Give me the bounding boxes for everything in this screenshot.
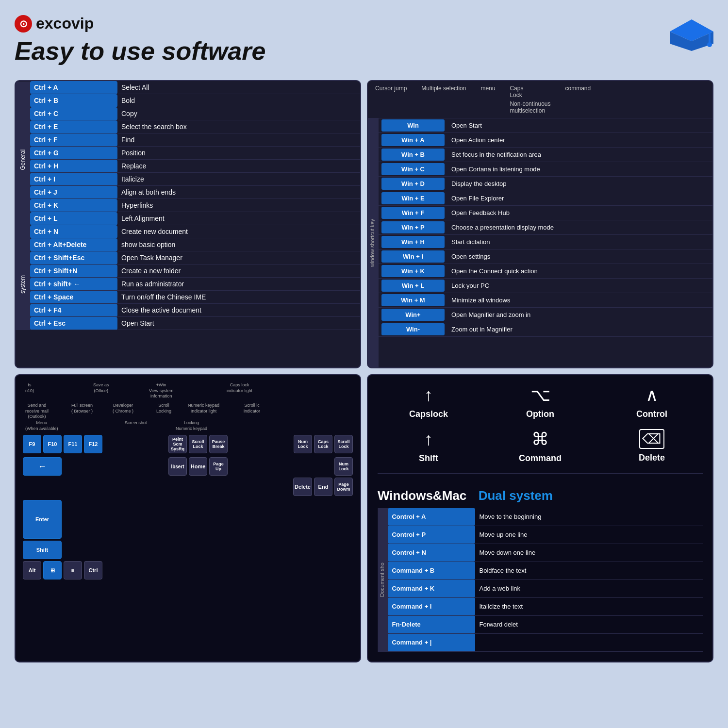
win-desc: Set focus in the notification area bbox=[447, 149, 712, 161]
win-desc: Open Action center bbox=[447, 134, 712, 146]
key-backspace[interactable]: ← bbox=[23, 457, 62, 476]
win-desc: Start dictation bbox=[447, 236, 712, 248]
shortcut-desc: Select All bbox=[117, 81, 360, 94]
dual-key: Command + I bbox=[388, 597, 475, 615]
win-desc: Open Cortana in listening mode bbox=[447, 163, 712, 175]
capslock-symbol: ↑ bbox=[424, 385, 433, 405]
win-desc: Open the Connect quick action bbox=[447, 265, 712, 277]
shift-symbol: ↑ bbox=[424, 429, 433, 449]
key-caps-lock2[interactable]: CapsLock bbox=[314, 435, 332, 453]
nav-row-2: Delete End PageDowm bbox=[23, 478, 353, 496]
shortcut-row: Ctrl + F4 Close the active document bbox=[16, 304, 360, 317]
delete-symbol: ⌫ bbox=[639, 429, 664, 449]
dual-desc: Move to the beginning bbox=[475, 508, 703, 526]
key-page-up[interactable]: PageUp bbox=[209, 457, 228, 476]
key-page-down[interactable]: PageDowm bbox=[334, 478, 353, 496]
dual-key: Command + K bbox=[388, 579, 475, 597]
dual-shortcut-row: Command + | bbox=[388, 633, 703, 651]
logo-text: excovip bbox=[36, 15, 94, 33]
key-shift[interactable]: Shift bbox=[23, 541, 62, 559]
general-section-label: General bbox=[16, 81, 30, 238]
key-scroll-lock[interactable]: ScrollLock bbox=[189, 435, 207, 453]
key-num-lock2[interactable]: NumLock bbox=[334, 457, 353, 476]
dual-desc bbox=[475, 633, 703, 651]
shortcut-desc: Open Task Manager bbox=[117, 251, 360, 265]
shortcut-key: Ctrl + F4 bbox=[30, 304, 117, 317]
mac-key-delete: ⌫ Delete bbox=[601, 429, 703, 463]
key-ctrl[interactable]: Ctrl bbox=[84, 561, 102, 579]
shortcut-row: Ctrl + C Copy bbox=[16, 107, 360, 120]
win-key: Win + B bbox=[381, 149, 445, 161]
keyboard-diagram-panel: tsn10) Save as(Office) +WinView systemin… bbox=[15, 374, 361, 662]
key-f11[interactable]: F11 bbox=[64, 435, 82, 453]
key-win[interactable]: ⊞ bbox=[43, 561, 62, 579]
shortcut-row: General Ctrl + A Select All bbox=[16, 81, 360, 94]
key-scroll-lock2[interactable]: ScrollLock bbox=[334, 435, 353, 453]
shortcut-desc: Replace bbox=[117, 160, 360, 173]
key-f12[interactable]: F12 bbox=[84, 435, 102, 453]
shortcut-desc: Select the search box bbox=[117, 120, 360, 133]
non-continuous-label: Non-continuousmultiselection bbox=[510, 100, 550, 114]
kb-label-locking-numpad: LockingNumeric keypad bbox=[176, 420, 207, 431]
dual-desc: Boldface the text bbox=[475, 562, 703, 579]
win-key: Win + E bbox=[381, 192, 445, 204]
key-end[interactable]: End bbox=[314, 478, 332, 496]
key-home[interactable]: Home bbox=[189, 457, 207, 476]
key-insert[interactable]: Ibsert bbox=[168, 457, 187, 476]
key-delete[interactable]: Delete bbox=[293, 478, 312, 496]
win-key: Win + D bbox=[381, 178, 445, 190]
shortcut-key: Ctrl + G bbox=[30, 147, 117, 160]
shortcut-row: Ctrl + G Position bbox=[16, 147, 360, 160]
win-shortcut-row: Win + K Open the Connect quick action bbox=[379, 264, 712, 279]
mac-key-capslock: ↑ Capslock bbox=[378, 385, 480, 419]
key-menu[interactable]: ≡ bbox=[64, 561, 82, 579]
mac-key-option: ⌥ Option bbox=[489, 385, 591, 419]
win-desc: Minimize all windows bbox=[447, 294, 712, 306]
shortcut-desc: Copy bbox=[117, 107, 360, 120]
shortcut-desc: Align at both ends bbox=[117, 186, 360, 199]
bottom-key-row: Alt ⊞ ≡ Ctrl bbox=[23, 561, 353, 579]
win-key: Win bbox=[381, 119, 445, 132]
shortcut-key: Ctrl + E bbox=[30, 120, 117, 133]
shortcut-key: Ctrl + Space bbox=[30, 291, 117, 304]
key-alt[interactable]: Alt bbox=[23, 561, 41, 579]
shortcut-table: General Ctrl + A Select All Ctrl + B Bol… bbox=[16, 81, 360, 330]
kb-label-scroll-ind: Scroll lcindicator bbox=[244, 403, 260, 414]
dual-key: Command + B bbox=[388, 562, 475, 579]
shortcut-desc: Left Alignment bbox=[117, 212, 360, 225]
mac-key-shift: ↑ Shift bbox=[378, 429, 480, 463]
windows-shortcut-panel: Cursor jump Multiple selection menu Caps… bbox=[367, 80, 713, 368]
mac-key-control: ∧ Control bbox=[601, 385, 703, 419]
logo-icon: ⊙ bbox=[15, 15, 32, 33]
shortcut-row: Ctrl + Esc Open Start bbox=[16, 317, 360, 330]
shortcut-key: Ctrl + Shift+Esc bbox=[30, 251, 117, 265]
shortcut-key: Ctrl + J bbox=[30, 186, 117, 199]
cursor-jump-label: Cursor jump bbox=[375, 85, 407, 92]
kb-label-saveas: Save as(Office) bbox=[93, 382, 109, 394]
key-f10[interactable]: F10 bbox=[43, 435, 62, 453]
shortcut-desc: Bold bbox=[117, 94, 360, 107]
mac-dual-panel: ↑ Capslock ⌥ Option ∧ Control ↑ Shift ⌘ bbox=[367, 374, 713, 662]
key-f9[interactable]: F9 bbox=[23, 435, 41, 453]
win-key: Win + I bbox=[381, 250, 445, 263]
key-num-lock[interactable]: NumLock bbox=[294, 435, 312, 453]
shortcut-key: Ctrl + A bbox=[30, 81, 117, 94]
graduation-icon bbox=[670, 15, 713, 58]
win-shortcut-row: Win + M Minimize all windows bbox=[379, 293, 712, 308]
dual-shortcut-row: Command + I Italicize the text bbox=[388, 597, 703, 615]
shortcut-row: Ctrl + H Replace bbox=[16, 160, 360, 173]
shortcut-row: system Ctrl + Alt+Delete show basic opti… bbox=[16, 238, 360, 251]
shortcut-key: Ctrl + K bbox=[30, 199, 117, 212]
win-shortcut-row: Win + B Set focus in the notification ar… bbox=[379, 148, 712, 162]
key-print-screen[interactable]: PeintScmSysRq bbox=[168, 435, 187, 453]
win-key: Win- bbox=[381, 323, 445, 335]
shift-row: Shift bbox=[23, 541, 353, 559]
shortcut-desc: Open Start bbox=[117, 317, 360, 330]
win-desc: Choose a presentation display mode bbox=[447, 221, 712, 233]
dual-shortcut-row: Command + B Boldface the text bbox=[388, 562, 703, 579]
key-enter[interactable]: Enter bbox=[23, 500, 62, 539]
win-shortcut-row: Win + H Start dictation bbox=[379, 235, 712, 249]
kb-label-mail: Send andreceive mail(Outlook) bbox=[25, 403, 49, 420]
capslock-label: Capslock bbox=[409, 409, 448, 419]
key-pause-break[interactable]: PauseBreak bbox=[209, 435, 228, 453]
